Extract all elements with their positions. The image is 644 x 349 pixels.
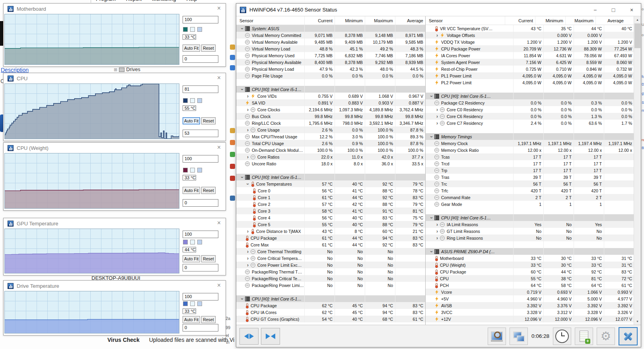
sensor-row[interactable]: › GT Limit Reasons NoNoNo [426,228,634,235]
menu-item[interactable]: Report [126,0,142,2]
column-current[interactable]: Current [304,16,335,25]
drives-tree-item[interactable]: ⊞ Drives [114,67,140,72]
chevron-right-icon[interactable]: › [245,128,251,132]
sensor-row[interactable]: Tras 39 T39 T39 T [426,174,634,180]
column-minimum[interactable]: Minimum [535,16,565,25]
sensor-row[interactable]: Package/Ring Power Limi… NoNoNo [236,282,425,289]
chevron-right-icon[interactable]: › [245,256,251,260]
sensor-row[interactable]: CPU (Weight) 33 °C30 °C33 °C31 °C [426,262,634,268]
graph-window-titlebar[interactable]: Drive Temperature × [4,281,226,291]
sensor-row[interactable]: AVSB 3.392 V3.376 V3.392 V3.392 V [426,302,634,309]
column-sensor[interactable]: Sensor [236,18,304,23]
close-icon[interactable]: × [217,144,221,151]
sensor-row[interactable]: CPU Package 62 °C45 °C94 °C83 °C [236,302,425,309]
close-icon[interactable]: × [217,5,221,12]
sensor-row[interactable]: Core 2 57 °C42 °C88 °C79 °C [236,201,425,207]
sensor-row[interactable]: Core 0 56 °C41 °C88 °C78 °C [236,187,425,194]
sensor-row[interactable]: Package/Ring Critical Te… NoNoNo [236,275,425,282]
chevron-right-icon[interactable]: › [434,229,440,233]
sensor-row[interactable]: +5V 4.960 V4.960 V5.000 V4.977 V [426,295,634,302]
sensor-row[interactable]: Core Max 61 °C44 °C92 °C83 °C [236,241,425,248]
chevron-right-icon[interactable]: › [434,223,440,227]
vertical-scrollbar[interactable]: ▲ ▼ [634,16,641,325]
sensor-row[interactable]: Rest-of-Chip Power 0.725 W0.710 W0.846 W… [426,66,634,72]
sensor-row[interactable]: Core 4 56 °C40 °C83 °C75 °C [236,214,425,221]
scrollbar-thumb[interactable] [634,23,640,48]
sensor-row[interactable]: PL1 Power Limit 4,095.0 W4,095.0 W4,095.… [426,72,634,79]
auto-fit-button[interactable]: Auto Fit [183,316,200,323]
current-value[interactable]: 55 °C [183,105,196,111]
color-swatch[interactable] [197,301,202,306]
axis-min-value[interactable]: 0 [183,55,218,63]
menu-item[interactable]: Help [187,0,197,2]
reset-button[interactable]: Reset [201,255,215,262]
axis-min-value[interactable]: 0 [183,199,218,207]
column-minimum[interactable]: Minimum [335,16,365,25]
scroll-down-icon[interactable]: ▼ [634,318,641,325]
sensor-row[interactable]: Trc 56 T56 T56 T [426,180,634,187]
chevron-down-icon[interactable]: › [240,174,244,180]
chevron-right-icon[interactable]: › [434,236,440,240]
chevron-right-icon[interactable]: › [245,108,251,112]
sensor-row[interactable]: System Agent Power 7.156 W6.425 W8.559 W… [426,59,634,66]
color-swatch[interactable] [190,168,195,173]
color-swatch[interactable] [190,240,195,244]
sensor-row[interactable]: Command Rate 2 T2 T2 T [426,194,634,201]
column-sensor[interactable]: Sensor [426,18,505,23]
color-swatch[interactable] [197,27,202,32]
axis-max-value[interactable]: 100 [183,16,218,23]
sensor-row[interactable]: › Core C6 Residency 0.0 %0.0 %1.3 %0.0 % [426,113,634,120]
close-icon[interactable]: × [217,282,221,289]
close-sensors-button[interactable] [619,327,638,345]
column-current[interactable]: Current [505,16,535,25]
chevron-down-icon[interactable]: › [430,249,434,254]
expand-columns-button[interactable] [239,328,259,345]
sensor-row[interactable]: VR VCC Temperature (SV… 43 °C35 °C44 °C4… [426,25,634,32]
column-maximum[interactable]: Maximum [565,16,595,25]
sensor-row[interactable]: PL2 Power Limit 4,095.0 W4,095.0 W4,095.… [426,79,634,86]
auto-fit-button[interactable]: Auto Fit [183,45,200,52]
color-swatch[interactable] [190,301,195,306]
sensor-row[interactable]: › Core Power Limit Exc… NoNoNo [236,262,425,268]
sensor-row[interactable]: Tcas 17 T17 T17 T [426,153,634,160]
axis-max-value[interactable]: 100 [183,155,218,163]
menu-item[interactable]: Program [96,0,116,2]
sensor-group-row[interactable]: › CPU [#0]: Intel Core i5-1… [426,214,634,221]
column-average[interactable]: Average [395,16,425,25]
axis-min-value[interactable]: 0 [183,264,218,271]
chevron-right-icon[interactable]: › [434,114,440,118]
sensor-group-row[interactable]: › Memory Timings [426,133,634,140]
color-swatch[interactable] [183,240,188,244]
sensor-row[interactable]: CPU GT Cores (Graphics) 54 °C40 °C68 °C6… [236,316,425,322]
sensor-row[interactable]: Memory Clock Ratio 12.00 x12.00 x12.00 x… [426,147,634,153]
sensor-row[interactable]: CPU Package Power 20.709 W12.736 W88.309… [426,45,634,52]
sensor-row[interactable]: › Core Thermal Throttling NoNoNo [236,248,425,255]
close-button[interactable]: × [623,4,641,16]
remote-monitoring-button[interactable] [510,328,528,345]
sensor-row[interactable]: › IA Limit Reasons YesNoYes [426,221,634,228]
color-swatch[interactable] [197,168,202,173]
maximize-button[interactable]: □ [604,4,623,16]
auto-fit-button[interactable]: Auto Fit [183,255,200,262]
color-swatch[interactable] [190,98,195,103]
sensor-row[interactable]: Virtual Memory Committed 9,071 MB8,378 M… [236,32,425,39]
color-swatch[interactable] [183,301,188,306]
table-header[interactable]: Sensor CurrentMinimumMaximumAverage [426,16,634,25]
sensor-row[interactable]: Core 3 58 °C41 °C91 °C81 °C [236,207,425,214]
sensor-group-row[interactable]: › CPU [#0]: Intel Core i5-1… [426,93,634,99]
sensor-row[interactable]: CPU 55 °C38 °C81 °C72 °C [426,275,634,282]
axis-max-value[interactable]: 100 [183,231,218,238]
sensor-group-row[interactable]: › CPU [#0]: Intel Core i5-1… [236,295,425,302]
chevron-down-icon[interactable]: › [430,215,434,221]
sensor-row[interactable]: SA VID 0.891 V0.883 V0.903 V0.887 V [236,99,425,106]
settings-button[interactable]: ⚙ [597,328,615,345]
sensor-row[interactable]: › Voltage Offsets 0.000 V0.000 V [426,32,634,39]
auto-fit-button[interactable]: Auto Fit [183,187,200,194]
sensor-row[interactable]: › Core C0 Residency 0.0 %0.0 %0.0 %0.0 % [426,106,634,113]
axis-min-value[interactable]: 0 [183,324,218,332]
sensor-row[interactable]: Core 5 55 °C40 °C88 °C79 °C [236,221,425,228]
sensor-row[interactable]: › Core Critical Tempera… NoNoNo [236,255,425,262]
graph-window-titlebar[interactable]: CPU × [4,73,226,83]
sensor-group-row[interactable]: › ASUS PRIME Z690-P D4 (… [426,248,634,255]
sensor-row[interactable]: CPU Package 61 °C44 °C94 °C83 °C [236,235,425,241]
